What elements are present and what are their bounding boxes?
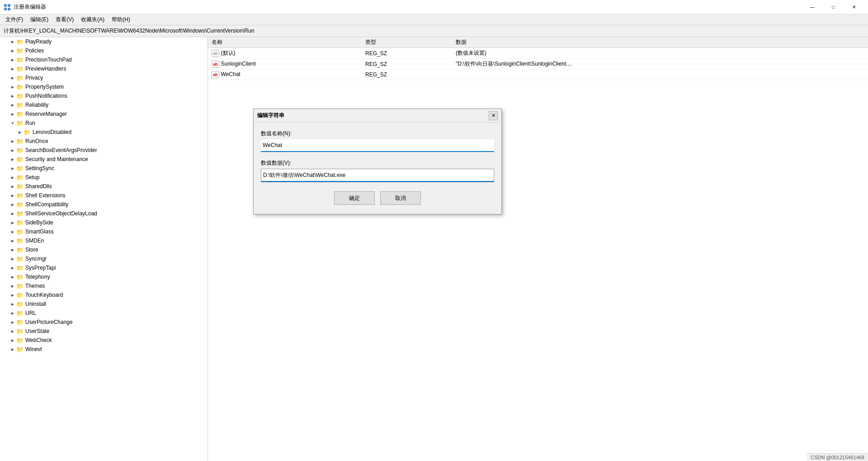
svg-rect-2 (4, 8, 7, 10)
cell-name: abWeChat (208, 70, 362, 80)
menu-help[interactable]: 帮助(H) (108, 15, 134, 24)
folder-icon: 📁 (16, 219, 24, 226)
close-button[interactable]: ✕ (844, 0, 864, 14)
folder-icon: 📁 (16, 156, 24, 163)
tree-panel[interactable]: ▶📁PlayReady▶📁Policies▶📁PrecisionTouchPad… (0, 37, 208, 461)
tree-item-label: WebCheck (25, 337, 52, 343)
name-input[interactable] (261, 139, 494, 152)
tree-expand-icon: ▶ (9, 156, 16, 163)
cell-data: (数值未设置) (452, 48, 868, 59)
main-content: ▶📁PlayReady▶📁Policies▶📁PrecisionTouchPad… (0, 37, 868, 461)
tree-item[interactable]: ▶📁Privacy (0, 73, 208, 82)
tree-item[interactable]: ▶📁Security and Maintenance (0, 155, 208, 164)
cell-type: REG_SZ (362, 48, 452, 59)
menu-bar: 文件(F) 编辑(E) 查看(V) 收藏夹(A) 帮助(H) (0, 14, 868, 25)
tree-item[interactable]: ▶📁Syncmgr (0, 254, 208, 263)
tree-item[interactable]: ▶📁SMDEn (0, 236, 208, 245)
tree-expand-icon: ▶ (9, 264, 16, 271)
folder-icon: 📁 (16, 301, 24, 308)
tree-item[interactable]: ▶📁SettingSync (0, 164, 208, 173)
tree-item[interactable]: ▶📁Store (0, 245, 208, 254)
folder-icon: 📁 (16, 120, 24, 127)
tree-expand-icon: ▶ (9, 192, 16, 199)
dialog-buttons: 确定 取消 (261, 190, 494, 209)
tree-item[interactable]: ▶📁SysPrepTapi (0, 263, 208, 272)
table-row[interactable]: abSunloginClientREG_SZ"D:\软件\向日葵\Sunlogi… (208, 59, 868, 70)
folder-icon: 📁 (16, 346, 24, 353)
folder-icon: 📁 (16, 310, 24, 317)
tree-item-label: SMDEn (25, 238, 44, 244)
tree-item[interactable]: ▶📁Reliability (0, 100, 208, 109)
tree-item[interactable]: ▶📁WebCheck (0, 336, 208, 345)
tree-expand-icon: ▶ (9, 83, 16, 90)
tree-item[interactable]: ▶📁Telephony (0, 272, 208, 281)
tree-expand-icon: ▶ (9, 92, 16, 100)
tree-item[interactable]: ▼📁Run (0, 119, 208, 128)
table-row[interactable]: abWeChatREG_SZ (208, 70, 868, 80)
folder-icon: 📁 (16, 102, 24, 109)
tree-item[interactable]: ▶📁ShellServiceObjectDelayLoad (0, 209, 208, 218)
tree-item[interactable]: ▶📁SmartGlass (0, 227, 208, 236)
tree-item-label: Setup (25, 174, 39, 181)
tree-expand-icon: ▶ (9, 138, 16, 145)
menu-file[interactable]: 文件(F) (2, 15, 27, 24)
tree-item[interactable]: ▶📁PropertySystem (0, 82, 208, 91)
tree-item[interactable]: ▶📁Themes (0, 281, 208, 290)
tree-expand-icon: ▶ (9, 219, 16, 226)
menu-view[interactable]: 查看(V) (52, 15, 77, 24)
tree-item-label: RunOnce (25, 138, 48, 144)
data-input[interactable] (261, 169, 494, 182)
address-bar: 计算机\HKEY_LOCAL_MACHINE\SOFTWARE\WOW6432N… (0, 25, 868, 37)
tree-item[interactable]: ▶📁Setup (0, 173, 208, 182)
col-header-name: 名称 (208, 37, 362, 48)
tree-expand-icon: ▼ (9, 119, 16, 127)
cancel-button[interactable]: 取消 (380, 191, 421, 205)
tree-item[interactable]: ▶📁LenovoDisabled (0, 128, 208, 137)
tree-item-label: Store (25, 247, 38, 253)
tree-item-label: Telephony (25, 274, 50, 280)
folder-icon: 📁 (16, 328, 24, 335)
tree-expand-icon: ▶ (9, 38, 16, 45)
tree-item[interactable]: ▶📁RunOnce (0, 137, 208, 146)
minimize-button[interactable]: — (802, 0, 823, 14)
table-row[interactable]: ab(默认)REG_SZ(数值未设置) (208, 48, 868, 59)
folder-icon: 📁 (16, 147, 24, 154)
maximize-button[interactable]: □ (823, 0, 844, 14)
tree-item[interactable]: ▶📁PushNotifications (0, 91, 208, 100)
tree-item-label: SearchBoxEventArgsProvider (25, 147, 97, 153)
ok-button[interactable]: 确定 (334, 191, 375, 205)
tree-item[interactable]: ▶📁SearchBoxEventArgsProvider (0, 146, 208, 155)
tree-item[interactable]: ▶📁PreviewHandlers (0, 64, 208, 73)
tree-item-label: SettingSync (25, 165, 54, 171)
tree-item[interactable]: ▶📁Winevt (0, 345, 208, 354)
tree-item[interactable]: ▶📁Uninstall (0, 299, 208, 309)
tree-item[interactable]: ▶📁UserState (0, 327, 208, 336)
tree-item-label: UserPictureChange (25, 319, 73, 325)
tree-item[interactable]: ▶📁UserPictureChange (0, 318, 208, 327)
tree-item[interactable]: ▶📁SideBySide (0, 218, 208, 227)
tree-item[interactable]: ▶📁Shell Extensions (0, 191, 208, 200)
folder-icon: 📁 (16, 75, 24, 81)
tree-item[interactable]: ▶📁ReserveManager (0, 109, 208, 119)
dialog-close-button[interactable]: ✕ (489, 111, 498, 120)
tree-item[interactable]: ▶📁URL (0, 309, 208, 318)
registry-table: 名称 类型 数据 ab(默认)REG_SZ(数值未设置)abSunloginCl… (208, 37, 868, 80)
tree-item[interactable]: ▶📁Policies (0, 46, 208, 55)
cell-data (452, 70, 868, 80)
edit-string-dialog: 编辑字符串 ✕ 数值名称(N): 数值数据(V): 确定 取消 (253, 109, 502, 214)
menu-favorites[interactable]: 收藏夹(A) (77, 15, 108, 24)
tree-item[interactable]: ▶📁TouchKeyboard (0, 290, 208, 299)
tree-expand-icon: ▶ (9, 282, 16, 290)
tree-item[interactable]: ▶📁PlayReady (0, 37, 208, 46)
tree-item-label: Syncmgr (25, 256, 47, 262)
tree-expand-icon: ▶ (9, 201, 16, 208)
tree-item[interactable]: ▶📁SharedDlls (0, 182, 208, 191)
tree-item[interactable]: ▶📁PrecisionTouchPad (0, 55, 208, 64)
tree-item-label: SharedDlls (25, 183, 52, 190)
tree-item[interactable]: ▶📁ShellCompatibility (0, 200, 208, 209)
tree-item-label: TouchKeyboard (25, 292, 63, 298)
folder-icon: 📁 (16, 319, 24, 326)
tree-item-label: PushNotifications (25, 93, 67, 99)
folder-icon: 📁 (16, 274, 24, 280)
menu-edit[interactable]: 编辑(E) (27, 15, 52, 24)
